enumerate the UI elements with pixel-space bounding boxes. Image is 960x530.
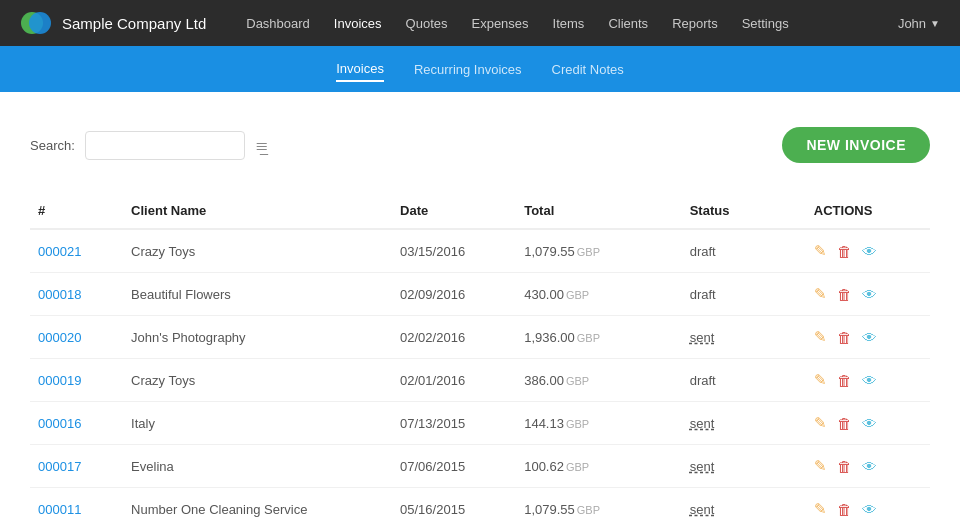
delete-icon[interactable]: 🗑 [837,372,852,389]
invoice-link[interactable]: 000021 [38,244,81,259]
subnav-recurring[interactable]: Recurring Invoices [414,58,522,81]
row-invoice-number: 000017 [30,445,123,488]
edit-icon[interactable]: ✎ [814,328,827,346]
currency-label: GBP [566,461,589,473]
actions-cell: ✎ 🗑 👁 [814,457,922,475]
row-client-name: Italy [123,402,392,445]
row-actions: ✎ 🗑 👁 [806,445,930,488]
currency-label: GBP [577,504,600,516]
row-actions: ✎ 🗑 👁 [806,273,930,316]
invoice-link[interactable]: 000020 [38,330,81,345]
row-date: 02/09/2016 [392,273,516,316]
invoice-link[interactable]: 000019 [38,373,81,388]
nav-quotes[interactable]: Quotes [396,12,458,35]
row-total: 100.62GBP [516,445,682,488]
invoice-link[interactable]: 000017 [38,459,81,474]
sub-navigation: Invoices Recurring Invoices Credit Notes [0,46,960,92]
row-total: 430.00GBP [516,273,682,316]
delete-icon[interactable]: 🗑 [837,501,852,518]
edit-icon[interactable]: ✎ [814,242,827,260]
row-date: 02/01/2016 [392,359,516,402]
row-invoice-number: 000019 [30,359,123,402]
row-status: draft [682,359,806,402]
search-input[interactable] [85,131,245,160]
row-date: 07/06/2015 [392,445,516,488]
row-client-name: Evelina [123,445,392,488]
delete-icon[interactable]: 🗑 [837,458,852,475]
table-row: 000018 Beautiful Flowers 02/09/2016 430.… [30,273,930,316]
row-invoice-number: 000011 [30,488,123,531]
view-icon[interactable]: 👁 [862,329,877,346]
table-row: 000016 Italy 07/13/2015 144.13GBP sent ✎… [30,402,930,445]
user-name: John [898,16,926,31]
row-total: 386.00GBP [516,359,682,402]
delete-icon[interactable]: 🗑 [837,415,852,432]
row-actions: ✎ 🗑 👁 [806,488,930,531]
col-header-number: # [30,193,123,229]
view-icon[interactable]: 👁 [862,243,877,260]
nav-reports[interactable]: Reports [662,12,728,35]
nav-clients[interactable]: Clients [598,12,658,35]
status-badge: sent [690,416,715,431]
nav-links: Dashboard Invoices Quotes Expenses Items… [236,12,898,35]
row-status: sent [682,445,806,488]
search-label: Search: [30,138,75,153]
row-total: 1,079.55GBP [516,229,682,273]
status-badge: draft [690,287,716,302]
table-header: # Client Name Date Total Status ACTIONS [30,193,930,229]
nav-settings[interactable]: Settings [732,12,799,35]
row-actions: ✎ 🗑 👁 [806,316,930,359]
row-actions: ✎ 🗑 👁 [806,229,930,273]
table-row: 000017 Evelina 07/06/2015 100.62GBP sent… [30,445,930,488]
actions-cell: ✎ 🗑 👁 [814,328,922,346]
row-invoice-number: 000021 [30,229,123,273]
col-header-client: Client Name [123,193,392,229]
invoice-link[interactable]: 000011 [38,502,81,517]
row-date: 03/15/2016 [392,229,516,273]
new-invoice-button[interactable]: NEW INVOICE [782,127,930,163]
actions-cell: ✎ 🗑 👁 [814,242,922,260]
edit-icon[interactable]: ✎ [814,500,827,518]
nav-dashboard[interactable]: Dashboard [236,12,320,35]
edit-icon[interactable]: ✎ [814,414,827,432]
table-row: 000019 Crazy Toys 02/01/2016 386.00GBP d… [30,359,930,402]
actions-cell: ✎ 🗑 👁 [814,285,922,303]
nav-invoices[interactable]: Invoices [324,12,392,35]
status-badge: sent [690,502,715,517]
user-menu[interactable]: John ▼ [898,16,940,31]
currency-label: GBP [566,375,589,387]
actions-cell: ✎ 🗑 👁 [814,500,922,518]
delete-icon[interactable]: 🗑 [837,329,852,346]
invoice-link[interactable]: 000018 [38,287,81,302]
edit-icon[interactable]: ✎ [814,285,827,303]
row-total: 144.13GBP [516,402,682,445]
logo-area: Sample Company Ltd [20,7,206,39]
subnav-credit-notes[interactable]: Credit Notes [552,58,624,81]
invoice-link[interactable]: 000016 [38,416,81,431]
row-invoice-number: 000016 [30,402,123,445]
row-status: sent [682,402,806,445]
view-icon[interactable]: 👁 [862,458,877,475]
row-client-name: Crazy Toys [123,359,392,402]
chevron-down-icon: ▼ [930,18,940,29]
filter-icon[interactable]: ≡̲ [255,136,268,155]
view-icon[interactable]: 👁 [862,372,877,389]
top-navigation: Sample Company Ltd Dashboard Invoices Qu… [0,0,960,46]
delete-icon[interactable]: 🗑 [837,286,852,303]
nav-items[interactable]: Items [543,12,595,35]
view-icon[interactable]: 👁 [862,501,877,518]
edit-icon[interactable]: ✎ [814,457,827,475]
actions-cell: ✎ 🗑 👁 [814,414,922,432]
view-icon[interactable]: 👁 [862,415,877,432]
view-icon[interactable]: 👁 [862,286,877,303]
row-date: 07/13/2015 [392,402,516,445]
currency-label: GBP [577,332,600,344]
delete-icon[interactable]: 🗑 [837,243,852,260]
row-total: 1,079.55GBP [516,488,682,531]
col-header-status: Status [682,193,806,229]
row-invoice-number: 000020 [30,316,123,359]
edit-icon[interactable]: ✎ [814,371,827,389]
row-status: sent [682,488,806,531]
nav-expenses[interactable]: Expenses [461,12,538,35]
subnav-invoices[interactable]: Invoices [336,57,384,82]
